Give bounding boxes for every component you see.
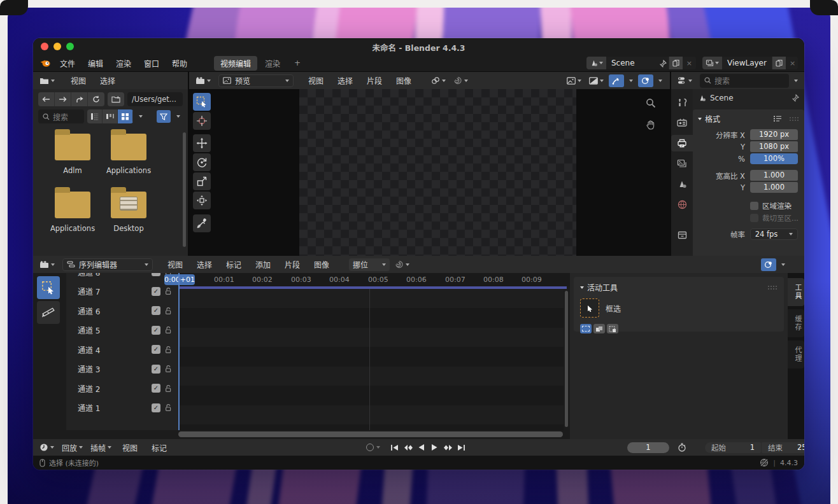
stopwatch-icon[interactable]	[678, 443, 686, 452]
menu-window[interactable]: 窗口	[138, 55, 166, 71]
timeline-menu-marker[interactable]: 标记	[146, 440, 173, 455]
folder-item[interactable]: Applications	[101, 134, 157, 175]
display-mode-thumbnails[interactable]	[118, 109, 133, 123]
viewlayer-browse-button[interactable]	[702, 57, 722, 69]
preview-menu-image[interactable]: 图像	[390, 73, 417, 88]
file-browser-menu-select[interactable]: 选择	[94, 73, 121, 88]
snap-mode-dropdown[interactable]: 挪位	[349, 258, 390, 271]
channel-visibility-checkbox[interactable]: ✓	[152, 365, 160, 374]
channel-visibility-checkbox[interactable]: ✓	[152, 326, 160, 335]
auto-keying-dropdown[interactable]	[376, 446, 380, 449]
gizmos-dropdown[interactable]	[627, 74, 636, 87]
playhead-line[interactable]	[178, 273, 180, 430]
channel-visibility-checkbox[interactable]: ✓	[152, 273, 160, 276]
proportional-editing-button[interactable]	[451, 75, 471, 86]
network-offline-icon[interactable]	[760, 458, 769, 467]
sequencer-vertical-scrollbar[interactable]	[565, 291, 568, 427]
filter-settings-dropdown[interactable]	[174, 110, 183, 123]
aspect-x-field[interactable]: 1.000	[750, 170, 798, 181]
panel-collapse-chevron[interactable]	[580, 286, 584, 289]
workspace-tab-video-editing[interactable]: 视频编辑	[214, 56, 257, 71]
file-browser-editor-type-button[interactable]	[37, 76, 57, 86]
active-tool-button[interactable]	[580, 298, 599, 318]
folder-item[interactable]: Adlm	[45, 134, 101, 175]
seq-tool-blade[interactable]	[37, 301, 60, 324]
display-mode-horizontal-list[interactable]	[103, 109, 118, 123]
sequencer-menu-view[interactable]: 视图	[162, 257, 188, 272]
properties-header-dropdown[interactable]	[792, 74, 800, 87]
refresh-button[interactable]	[88, 92, 104, 106]
panel-grip[interactable]	[767, 285, 778, 290]
channel-visibility-checkbox[interactable]: ✓	[152, 384, 160, 393]
workspace-tab-add[interactable]: +	[288, 57, 307, 69]
zoom-tool-icon[interactable]	[646, 98, 656, 108]
menu-help[interactable]: 帮助	[166, 55, 194, 71]
timeline-editor-type-button[interactable]	[37, 442, 57, 453]
pin-icon[interactable]	[792, 94, 799, 102]
unlock-icon[interactable]	[164, 384, 172, 393]
menu-render[interactable]: 渲染	[110, 55, 138, 71]
folder-item[interactable]: Desktop	[101, 192, 157, 233]
sequencer-menu-add[interactable]: 添加	[250, 257, 276, 272]
sequencer-menu-marker[interactable]: 标记	[220, 257, 247, 272]
frame-rate-dropdown[interactable]: 24 fps	[750, 228, 798, 240]
preview-menu-view[interactable]: 视图	[302, 73, 329, 88]
viewlayer-remove-button[interactable]: ×	[786, 59, 798, 67]
keying-menu[interactable]: 插帧	[88, 441, 114, 454]
properties-editor-type-button[interactable]	[675, 75, 695, 86]
tab-render[interactable]	[672, 115, 692, 131]
channel-visibility-checkbox[interactable]: ✓	[152, 287, 160, 296]
unlock-icon[interactable]	[164, 287, 172, 295]
jump-to-start-button[interactable]	[388, 442, 401, 453]
pin-icon[interactable]	[658, 59, 669, 67]
file-path-field[interactable]: /Users/get...	[127, 92, 183, 106]
unlock-icon[interactable]	[164, 365, 172, 373]
blender-logo-icon[interactable]	[39, 58, 51, 68]
scene-name[interactable]: Scene	[606, 59, 658, 67]
select-mode-extend[interactable]	[593, 324, 605, 333]
channel-visibility-checkbox[interactable]: ✓	[152, 306, 160, 315]
unlock-icon[interactable]	[164, 346, 172, 354]
resolution-y-field[interactable]: 1080 px	[750, 141, 798, 152]
sequencer-proportional-editing-button[interactable]	[392, 259, 412, 270]
preview-menu-select[interactable]: 选择	[332, 73, 359, 88]
presets-icon[interactable]	[773, 115, 782, 122]
previous-keyframe-button[interactable]	[402, 442, 414, 453]
channel-row[interactable]: 通道 8✓	[66, 273, 178, 282]
crop-to-region-checkbox[interactable]	[750, 214, 758, 222]
select-mode-subtract[interactable]	[607, 324, 618, 333]
sequencer-menu-strip[interactable]: 片段	[279, 257, 306, 272]
tool-cursor[interactable]	[193, 112, 211, 130]
panel-collapse-chevron[interactable]	[698, 118, 702, 120]
file-browser-menu-view[interactable]: 视图	[65, 73, 92, 88]
sequencer-overlays-dropdown[interactable]	[779, 258, 788, 271]
channel-visibility-checkbox[interactable]: ✓	[152, 345, 160, 354]
sequencer-menu-image[interactable]: 图像	[308, 257, 335, 272]
tab-world[interactable]	[672, 196, 692, 213]
tool-tweak-select[interactable]	[193, 93, 211, 111]
display-mode-vertical-list[interactable]	[87, 109, 103, 123]
tool-transform[interactable]	[193, 192, 211, 209]
tab-output[interactable]	[671, 135, 693, 151]
scene-browse-button[interactable]	[586, 57, 606, 69]
playhead-frame-badge[interactable]: 0:00+01	[164, 274, 195, 285]
sequencer-menu-select[interactable]: 选择	[191, 257, 218, 272]
menu-edit[interactable]: 编辑	[82, 55, 110, 71]
channel-row[interactable]: 通道 4✓	[66, 340, 178, 360]
unlock-icon[interactable]	[164, 403, 172, 412]
channel-row[interactable]: 通道 2✓	[66, 379, 178, 398]
preview-shading-button[interactable]	[564, 76, 584, 86]
workspace-tab-rendering[interactable]: 渲染	[259, 56, 287, 71]
play-button[interactable]	[429, 442, 441, 453]
sequencer-horizontal-scrollbar[interactable]	[178, 431, 563, 437]
playback-menu[interactable]: 回放	[59, 441, 85, 454]
scene-copy-button[interactable]	[669, 57, 683, 69]
unlock-icon[interactable]	[164, 307, 172, 315]
start-frame-field[interactable]: 起始1	[705, 442, 761, 453]
sidebar-tab-proxy[interactable]: 代理	[788, 340, 804, 368]
resolution-percent-slider[interactable]: 100%	[750, 153, 798, 164]
timeline-menu-view[interactable]: 视图	[117, 440, 143, 455]
tab-tool[interactable]	[672, 94, 692, 111]
gizmos-toggle-button[interactable]	[609, 74, 624, 87]
channel-row[interactable]: 通道 6✓	[66, 301, 178, 321]
